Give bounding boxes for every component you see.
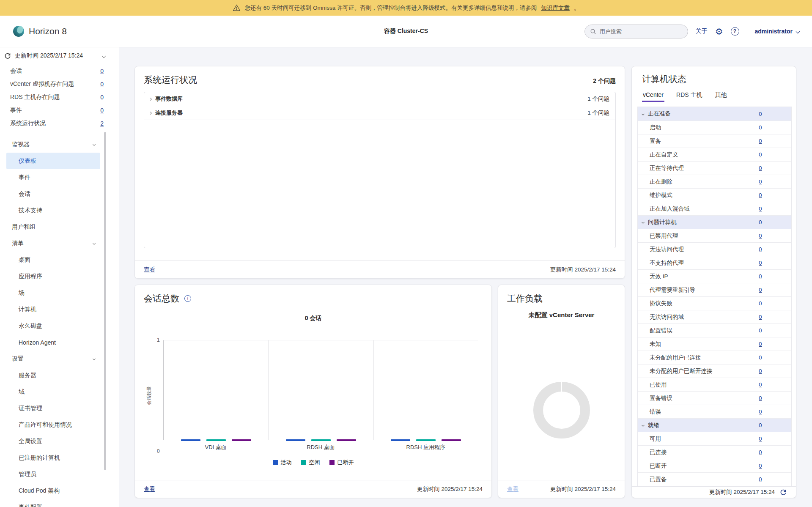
sidebar-item[interactable]: 桌面 [6,252,100,268]
machine-status-section-header[interactable]: 正在准备0 [638,107,791,121]
sidebar-stat-count-link[interactable]: 0 [100,94,104,101]
chart-y-tick-min: 0 [157,448,160,454]
kb-article-link[interactable]: 知识库文章 [541,4,570,12]
sidebar-item[interactable]: 用户和组 [6,219,100,235]
machine-status-tabs: vCenterRDS 主机其他 [632,88,796,103]
sidebar-item[interactable]: 域 [6,384,100,400]
sidebar-item[interactable]: 仪表板 [6,153,100,169]
machine-status-count-link[interactable]: 0 [759,260,762,266]
machine-status-label: 未分配的用户已连接 [650,354,701,362]
sidebar-item-label: Cloud Pod 架构 [19,487,60,495]
sidebar-stat-count-link[interactable]: 0 [100,68,104,74]
machine-status-row: 未分配的用户已连接0 [638,351,791,364]
sidebar-group-label: 设置 [12,355,24,363]
sidebar-scrollbar[interactable] [104,132,106,470]
machine-status-row: 未知0 [638,337,791,351]
machine-status-label: 代理需要重新引导 [650,286,695,294]
sidebar-item[interactable]: 产品许可和使用情况 [6,417,100,433]
sidebar-stat-count-link[interactable]: 2 [100,120,104,127]
sidebar-group[interactable]: 设置 [6,351,100,367]
machine-status-count-link[interactable]: 0 [759,314,762,320]
machine-status-count-link[interactable]: 0 [759,381,762,388]
machine-status-count-link[interactable]: 0 [759,354,762,361]
sidebar-stat-count-link[interactable]: 0 [100,107,104,114]
machine-status-row: 协议失败0 [638,296,791,310]
sidebar-group[interactable]: 清单 [6,235,100,252]
machine-status-count-link[interactable]: 0 [759,395,762,401]
sidebar-stat-count-link[interactable]: 0 [100,81,104,88]
sidebar-item[interactable]: Cloud Pod 架构 [6,482,100,499]
machine-status-count-link[interactable]: 0 [759,449,762,455]
search-input[interactable] [600,28,683,35]
machine-status-count-link[interactable]: 0 [759,124,762,131]
workload-message: 未配置 vCenter Server [507,311,616,319]
sidebar-item[interactable]: 全局设置 [6,433,100,449]
help-icon[interactable]: ? [731,27,739,36]
sidebar-item[interactable]: 证书管理 [6,400,100,417]
machine-status-count-link[interactable]: 0 [759,408,762,415]
sidebar-group[interactable]: 监视器 [6,136,100,153]
machine-status-tab[interactable]: RDS 主机 [675,88,703,103]
machine-status-count-link[interactable]: 0 [759,463,762,469]
machine-status-count-link[interactable]: 0 [759,192,762,198]
machine-status-count-link[interactable]: 0 [759,246,762,252]
machine-status-count-link[interactable]: 0 [759,138,762,144]
machine-status-count-link[interactable]: 0 [759,165,762,171]
machine-status-row: 配置错误0 [638,323,791,337]
machine-status-count-link[interactable]: 0 [759,300,762,307]
sidebar-item[interactable]: 永久磁盘 [6,318,100,334]
about-link[interactable]: 关于 [696,27,708,35]
sidebar-item[interactable]: 技术支持 [6,202,100,219]
info-icon[interactable]: i [184,295,191,302]
sidebar-item[interactable]: 场 [6,285,100,301]
refresh-icon[interactable] [4,52,11,59]
sidebar-stat-item[interactable]: 会话0 [0,64,119,77]
machine-status-label: 正在等待代理 [650,164,684,172]
machine-status-count-link[interactable]: 0 [759,273,762,280]
machine-status-count-link[interactable]: 0 [759,476,762,482]
sessions-view-link[interactable]: 查看 [144,485,155,493]
health-accordion-row[interactable]: 事件数据库1 个问题 [144,92,615,106]
sidebar-item[interactable]: 事件 [6,169,100,186]
user-search-box[interactable] [584,25,688,38]
machine-status-count-link[interactable]: 0 [759,287,762,293]
sidebar-stat-item[interactable]: 系统运行状况2 [0,117,119,130]
refresh-timestamp-row[interactable]: 更新时间 2025/2/17 15:24 [0,47,119,64]
health-accordion-row[interactable]: 连接服务器1 个问题 [144,106,615,120]
machine-status-count-link[interactable]: 0 [759,206,762,212]
user-menu[interactable]: administrator [755,28,799,35]
workload-view-link[interactable]: 查看 [507,485,518,493]
machine-status-row: 正在加入混合域0 [638,202,791,215]
machine-status-count-link[interactable]: 0 [759,151,762,158]
machine-status-tab[interactable]: 其他 [714,88,727,103]
sidebar-item[interactable]: 计算机 [6,301,100,318]
sidebar-item[interactable]: 管理员 [6,466,100,482]
refresh-icon[interactable] [780,489,787,496]
health-view-link[interactable]: 查看 [144,266,155,274]
sidebar-item[interactable]: 已注册的计算机 [6,449,100,466]
sidebar-item[interactable]: Horizon Agent [6,334,100,351]
machine-status-tab[interactable]: vCenter [642,88,664,102]
machine-status-count-link[interactable]: 0 [759,178,762,185]
sidebar-stat-item[interactable]: vCenter 虚拟机存在问题0 [0,77,119,90]
machine-status-count-link[interactable]: 0 [759,436,762,442]
sidebar-item[interactable]: 应用程序 [6,268,100,285]
sidebar-item-label: 产品许可和使用情况 [19,421,72,429]
sidebar-stat-item[interactable]: 事件0 [0,104,119,117]
chevron-down-icon[interactable] [102,54,106,58]
machine-status-count-link[interactable]: 0 [759,327,762,334]
chart-bars [374,439,478,441]
sidebar-item[interactable]: 服务器 [6,367,100,384]
machine-status-section-header[interactable]: 就绪0 [638,418,791,432]
machine-status-label: 正在自定义 [650,151,678,159]
sidebar-item[interactable]: 会话 [6,186,100,202]
legend-label: 活动 [281,459,292,466]
machine-status-count-link[interactable]: 0 [759,368,762,374]
sidebar-stat-item[interactable]: RDS 主机存在问题0 [0,90,119,104]
machine-status-row: 已置备0 [638,472,791,486]
sidebar-item[interactable]: 事件配置 [6,499,100,507]
machine-status-section-header[interactable]: 问题计算机0 [638,215,791,229]
machine-status-count-link[interactable]: 0 [759,233,762,239]
machine-status-count-link[interactable]: 0 [759,341,762,347]
gear-icon[interactable]: ⚙ [715,27,723,36]
